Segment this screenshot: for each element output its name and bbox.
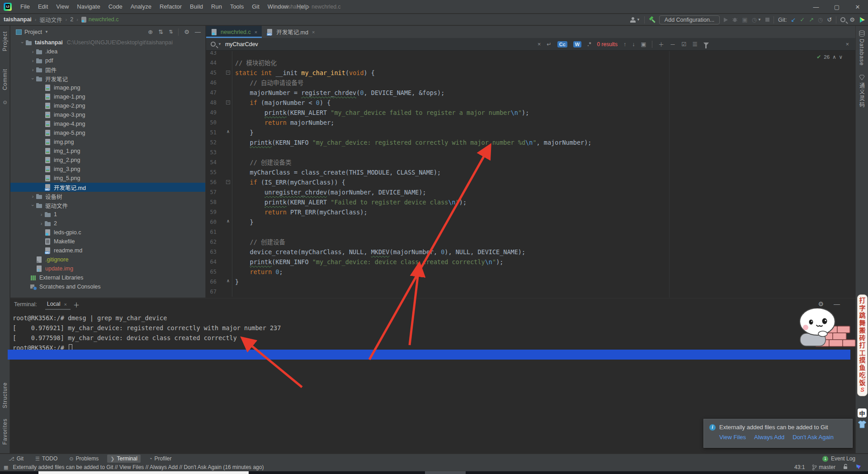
clear-find-icon[interactable]: × (538, 41, 541, 47)
tree-item[interactable]: ›2 (10, 219, 205, 228)
status-message[interactable]: Externally added files can be added to G… (13, 464, 264, 470)
tool-window-button-git[interactable]: ⎇Git (5, 455, 27, 463)
tree-item[interactable]: ›开发笔记 (10, 74, 205, 83)
ime-language-badge[interactable]: 中 (858, 408, 867, 417)
menu-item-git[interactable]: Git (248, 0, 264, 14)
tree-chevron-icon[interactable]: › (30, 49, 36, 54)
menu-item-tools[interactable]: Tools (226, 0, 248, 14)
tree-item[interactable]: image-5.png (10, 128, 205, 137)
git-branch-widget[interactable]: master (812, 464, 835, 470)
new-terminal-session-icon[interactable]: ＋ (73, 300, 80, 309)
breadcrumb-item[interactable]: newchrled.c (81, 16, 119, 23)
match-case-toggle[interactable]: Cc (557, 41, 567, 47)
tool-button-tongyi-lingma[interactable]: 通义灵码 (855, 75, 868, 108)
tree-item[interactable]: ›驱动文件 (10, 201, 205, 210)
tool-window-button-problems[interactable]: ⊙Problems (66, 455, 102, 463)
notification-action-always-add[interactable]: Always Add (754, 434, 784, 441)
search-everywhere-icon[interactable] (840, 17, 845, 22)
tool-window-button-todo[interactable]: ☰TODO (32, 455, 61, 463)
settings-gear-icon[interactable]: ⚙ (849, 16, 855, 23)
tree-chevron-icon[interactable]: › (30, 67, 36, 72)
prev-problem-icon[interactable]: ∧ (832, 54, 836, 60)
ime-skin-shirt-icon[interactable] (858, 420, 867, 428)
updates-icon[interactable] (859, 17, 865, 23)
filter-search-icon[interactable]: ☰ (692, 41, 697, 47)
find-icon[interactable] (211, 42, 216, 47)
unlock-icon[interactable] (843, 464, 848, 471)
tree-item[interactable]: img_3.png (10, 165, 205, 174)
tree-chevron-icon[interactable]: › (30, 194, 36, 199)
find-input[interactable]: myCharCdev (225, 41, 258, 47)
tool-window-button-profiler[interactable]: ◔Profiler (146, 455, 175, 463)
breadcrumb-item[interactable]: 驱动文件 (40, 15, 62, 24)
open-in-find-window-icon[interactable]: ▣ (641, 41, 646, 47)
tool-button-favorites[interactable]: Favorites (0, 418, 10, 445)
menu-item-file[interactable]: File (16, 0, 34, 14)
notification-action-don-t-ask-again[interactable]: Don't Ask Again (793, 434, 834, 441)
fold-marker-icon[interactable]: ∧ (226, 130, 230, 134)
caret-position[interactable]: 43:1 (794, 464, 805, 470)
fold-marker-icon[interactable]: − (226, 71, 230, 75)
close-button[interactable]: ✕ (847, 0, 868, 14)
menu-item-build[interactable]: Build (186, 0, 207, 14)
tab-close-icon[interactable]: × (255, 29, 257, 35)
tree-item[interactable]: img.png (10, 137, 205, 147)
tree-item[interactable]: ›pdf (10, 56, 205, 65)
add-occurrence-icon[interactable]: ＋ (658, 40, 664, 48)
highlighting-level-icon[interactable] (855, 464, 862, 471)
tree-item[interactable]: img_5.png (10, 174, 205, 183)
editor-tab[interactable]: newchrled.c× (206, 26, 262, 38)
inspection-widget[interactable]: ✔ 26 ∧ ∨ (816, 54, 843, 60)
maximize-button[interactable]: ▢ (826, 0, 847, 14)
newline-icon[interactable]: ↵ (547, 41, 551, 47)
words-toggle[interactable]: W (573, 41, 581, 47)
menu-item-edit[interactable]: Edit (34, 0, 52, 14)
editor-tab[interactable]: 开发笔记.md× (262, 26, 319, 38)
hide-panel-icon[interactable]: — (195, 28, 201, 35)
fold-marker-icon[interactable]: − (226, 180, 230, 184)
tool-button-commit[interactable]: Commit (0, 69, 10, 90)
tree-item[interactable]: ›设备树 (10, 192, 205, 201)
collapse-all-icon[interactable]: ⇅ (169, 29, 173, 35)
breadcrumb-item[interactable]: 2 (70, 16, 73, 23)
tree-item[interactable]: .gitignore (10, 255, 205, 264)
fold-marker-icon[interactable]: ∧ (226, 279, 230, 283)
git-rollback-icon[interactable]: ↺ (827, 16, 832, 23)
notification-action-view-files[interactable]: View Files (719, 434, 746, 441)
event-log-button[interactable]: 1Event Log (822, 455, 855, 462)
close-find-bar-icon[interactable]: × (846, 41, 849, 47)
terminal-settings-gear-icon[interactable]: ⚙ (818, 300, 824, 308)
fold-marker-icon[interactable]: − (226, 100, 230, 104)
terminal-tab-close-icon[interactable]: × (64, 302, 67, 307)
menu-item-code[interactable]: Code (104, 0, 127, 14)
git-commit-icon[interactable]: ✓ (800, 16, 805, 23)
tree-item[interactable]: image-1.png (10, 92, 205, 101)
tool-window-button-terminal[interactable]: ❯Terminal (107, 455, 141, 463)
tree-chevron-icon[interactable]: › (30, 58, 36, 63)
tree-chevron-icon[interactable]: › (38, 221, 44, 226)
tool-button-database[interactable]: Database (855, 30, 868, 66)
tree-item[interactable]: Scratches and Consoles (10, 282, 205, 291)
locate-file-icon[interactable]: ⊕ (148, 28, 153, 35)
tree-chevron-icon[interactable]: › (30, 76, 36, 82)
git-push-icon[interactable]: ↗ (809, 16, 814, 23)
tree-item[interactable]: update.img (10, 264, 205, 273)
next-problem-icon[interactable]: ∨ (839, 54, 843, 60)
breadcrumb-item[interactable]: taishanpai (4, 16, 32, 23)
tree-item[interactable]: img_2.png (10, 156, 205, 165)
menu-item-refactor[interactable]: Refactor (156, 0, 186, 14)
expand-all-icon[interactable]: ⇅ (158, 28, 163, 35)
terminal-output[interactable]: root@RK356X:/# dmesg | grep my_char_devi… (13, 313, 281, 353)
tree-item[interactable]: image-4.png (10, 119, 205, 128)
tree-item[interactable]: ›1 (10, 210, 205, 219)
tool-button-project[interactable]: Project (0, 31, 10, 51)
tree-item[interactable]: image.png (10, 83, 205, 92)
tree-item[interactable]: External Libraries (10, 273, 205, 282)
panel-settings-icon[interactable]: ⚙ (184, 28, 189, 35)
menu-item-analyze[interactable]: Analyze (127, 0, 156, 14)
tool-button-structure[interactable]: Structure (0, 382, 10, 408)
project-panel-title[interactable]: Project (24, 29, 42, 35)
select-all-occurrences-icon[interactable]: ☑ (681, 41, 686, 47)
remove-occurrence-icon[interactable]: － (670, 40, 676, 48)
search-filter-funnel-icon[interactable] (703, 43, 709, 46)
